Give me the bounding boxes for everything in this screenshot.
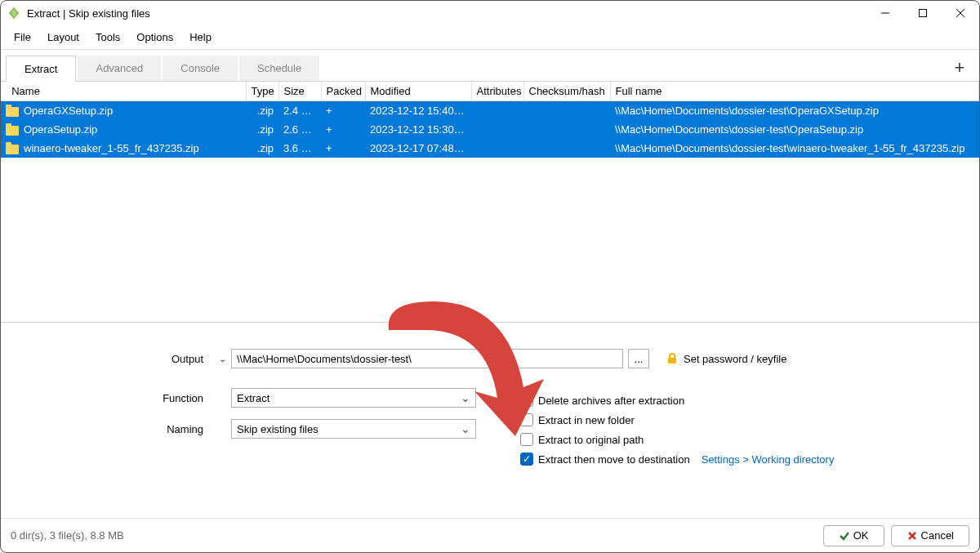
table-header-row: Name Type Size Packed Modified Attribute… — [1, 82, 979, 101]
svg-rect-4 — [668, 358, 676, 363]
menu-help[interactable]: Help — [181, 28, 220, 47]
naming-label: Naming — [9, 423, 213, 435]
function-label: Function — [9, 392, 213, 404]
label-delete-archives: Delete archives after extraction — [538, 395, 684, 407]
tab-console[interactable]: Console — [163, 56, 238, 81]
folder-icon — [6, 107, 19, 117]
output-input[interactable] — [231, 349, 623, 368]
function-select[interactable]: Extract — [231, 388, 476, 408]
title-bar: Extract | Skip existing files — [1, 1, 979, 25]
checkbox-original-path[interactable] — [520, 433, 533, 446]
set-password-link[interactable]: Set password / keyfile — [684, 353, 786, 365]
col-type[interactable]: Type — [246, 82, 278, 101]
tab-schedule[interactable]: Schedule — [239, 56, 319, 81]
maximize-button[interactable] — [904, 1, 942, 25]
col-checksum[interactable]: Checksum/hash — [523, 82, 610, 101]
cancel-button[interactable]: Cancel — [891, 525, 969, 546]
file-table: Name Type Size Packed Modified Attribute… — [1, 82, 979, 322]
menu-file[interactable]: File — [6, 28, 39, 47]
checkbox-new-folder[interactable] — [520, 413, 533, 426]
browse-button[interactable]: ... — [628, 349, 649, 368]
output-label: Output — [9, 353, 213, 365]
col-modified[interactable]: Modified — [365, 82, 471, 101]
extract-panel: Output ⌄ ... Set password / keyfile Func… — [1, 322, 979, 457]
options-group: Delete archives after extraction Extract… — [520, 394, 834, 472]
table-row[interactable]: OperaSetup.zip .zip 2.6 MB + 2023-12-12 … — [1, 120, 979, 139]
label-new-folder: Extract in new folder — [538, 414, 635, 426]
lock-icon — [666, 352, 679, 365]
table-row[interactable]: winaero-tweaker_1-55_fr_437235.zip .zip … — [1, 139, 979, 158]
window-title: Extract | Skip existing files — [27, 7, 866, 20]
minimize-button[interactable] — [866, 1, 904, 25]
naming-select[interactable]: Skip existing files — [231, 419, 476, 439]
col-packed[interactable]: Packed — [321, 82, 365, 101]
table-row[interactable]: OperaGXSetup.zip .zip 2.4 MB + 2023-12-1… — [1, 101, 979, 121]
label-original-path: Extract to original path — [538, 434, 644, 446]
x-icon — [906, 530, 918, 542]
menu-bar: File Layout Tools Options Help — [1, 25, 979, 50]
tab-advanced[interactable]: Advanced — [78, 56, 161, 81]
tab-extract[interactable]: Extract — [6, 56, 76, 82]
label-move-destination: Extract then move to destination — [538, 453, 690, 466]
footer: 0 dir(s), 3 file(s), 8.8 MB OK Cancel — [1, 518, 979, 552]
app-icon — [7, 7, 20, 20]
ok-button[interactable]: OK — [823, 525, 884, 546]
check-icon — [839, 530, 850, 542]
folder-icon — [6, 126, 19, 136]
menu-options[interactable]: Options — [128, 28, 181, 47]
window-controls — [866, 1, 979, 25]
col-attributes[interactable]: Attributes — [471, 82, 523, 101]
col-fullname[interactable]: Full name — [610, 82, 979, 101]
settings-working-directory-link[interactable]: Settings > Working directory — [702, 453, 835, 466]
checkbox-delete-archives[interactable] — [520, 394, 533, 407]
add-tab-button[interactable]: + — [945, 55, 974, 81]
close-button[interactable] — [942, 1, 979, 25]
col-name[interactable]: Name — [1, 82, 246, 101]
menu-layout[interactable]: Layout — [39, 28, 87, 47]
menu-tools[interactable]: Tools — [87, 28, 128, 47]
status-text: 0 dir(s), 3 file(s), 8.8 MB — [11, 529, 817, 542]
folder-icon — [6, 145, 19, 154]
tab-bar: Extract Advanced Console Schedule + — [1, 50, 979, 82]
col-size[interactable]: Size — [278, 82, 321, 101]
checkbox-move-destination[interactable] — [520, 453, 533, 466]
output-chevron-icon[interactable]: ⌄ — [213, 354, 231, 364]
svg-rect-1 — [920, 10, 927, 17]
